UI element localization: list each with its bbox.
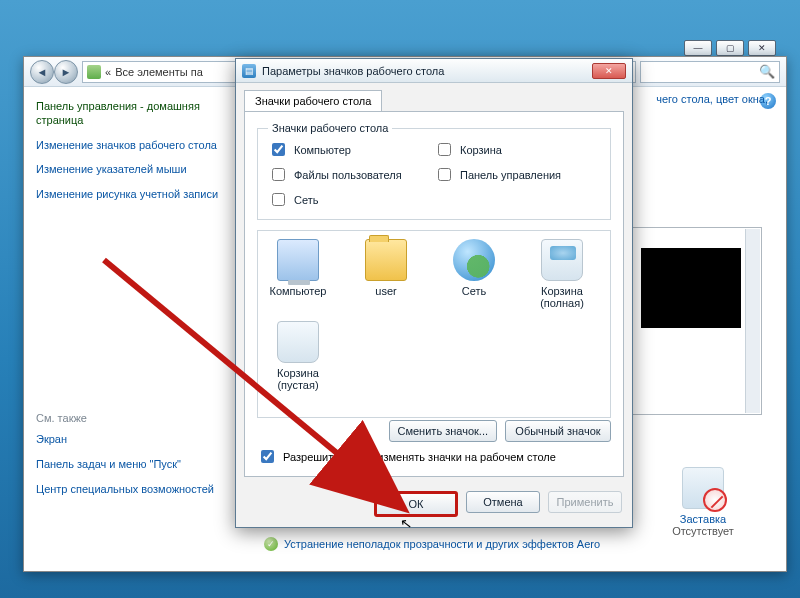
search-icon: 🔍 — [759, 64, 775, 79]
aero-troubleshoot-link[interactable]: ✓ Устранение неполадок прозрачности и др… — [264, 537, 600, 551]
comp-icon — [277, 239, 319, 281]
icon-item[interactable]: Компьютер — [266, 239, 330, 309]
checkbox-label: Файлы пользователя — [294, 169, 402, 181]
screensaver-block[interactable]: Заставка Отсутствует — [658, 467, 748, 537]
nav-forward-button[interactable]: ► — [54, 60, 78, 84]
see-also-link[interactable]: Панель задач и меню "Пуск" — [36, 457, 222, 472]
cp-icon — [87, 65, 101, 79]
desktop: — ▢ ✕ ◄ ► « Все элементы па равления 🔍 ? — [0, 0, 800, 598]
icon-item[interactable]: user — [354, 239, 418, 309]
breadcrumb-text: Все элементы па — [115, 66, 203, 78]
default-icon-button[interactable]: Обычный значок — [505, 420, 611, 442]
aero-link-text: Устранение неполадок прозрачности и друг… — [284, 538, 600, 550]
icon-item-label: Компьютер — [266, 285, 330, 297]
checkbox-input[interactable] — [272, 193, 285, 206]
folder-icon — [365, 239, 407, 281]
icon-checkbox[interactable]: Панель управления — [434, 165, 600, 184]
preview-pane — [632, 227, 762, 415]
tab-page: Значки рабочего стола КомпьютерФайлы пол… — [244, 111, 624, 477]
dialog-buttons: ОК Отмена Применить — [374, 491, 622, 517]
icon-item[interactable]: Корзина (пустая) — [266, 321, 330, 391]
sidebar-home-link[interactable]: Панель управления - домашняя страница — [36, 99, 222, 128]
icon-checkbox[interactable]: Файлы пользователя — [268, 165, 434, 184]
see-also-label: См. также — [36, 412, 222, 424]
net-icon — [453, 239, 495, 281]
icon-preview-list[interactable]: КомпьютерuserСетьКорзина (полная)Корзина… — [257, 230, 611, 418]
dialog-titlebar[interactable]: ▤ Параметры значков рабочего стола ✕ — [236, 59, 632, 83]
icons-checkbox-group: Значки рабочего стола КомпьютерФайлы пол… — [257, 122, 611, 220]
icon-item[interactable]: Сеть — [442, 239, 506, 309]
checkbox-label: Панель управления — [460, 169, 561, 181]
sidebar-link[interactable]: Изменение рисунка учетной записи — [36, 187, 222, 202]
change-icon-button[interactable]: Сменить значок... — [389, 420, 498, 442]
apply-button: Применить — [548, 491, 622, 513]
dialog-title-text: Параметры значков рабочего стола — [262, 65, 444, 77]
maximize-button[interactable]: ▢ — [716, 40, 744, 56]
bin-icon — [277, 321, 319, 363]
see-also-link[interactable]: Экран — [36, 432, 222, 447]
allow-themes-label[interactable]: Разрешить темам изменять значки на рабоч… — [283, 451, 556, 463]
icon-item[interactable]: Корзина (полная) — [530, 239, 594, 309]
ok-button[interactable]: ОК — [374, 491, 458, 517]
dialog-title-icon: ▤ — [242, 64, 256, 78]
icon-item-label: Корзина (полная) — [530, 285, 594, 309]
sidebar-link[interactable]: Изменение значков рабочего стола — [36, 138, 222, 153]
icon-item-label: user — [354, 285, 418, 297]
checkbox-label: Сеть — [294, 194, 318, 206]
checkbox-input[interactable] — [272, 168, 285, 181]
group-legend: Значки рабочего стола — [268, 122, 392, 134]
breadcrumb-prefix: « — [105, 66, 111, 78]
icon-item-label: Корзина (пустая) — [266, 367, 330, 391]
search-input[interactable]: 🔍 — [640, 61, 780, 83]
checkbox-input[interactable] — [438, 168, 451, 181]
checkbox-input[interactable] — [438, 143, 451, 156]
preview-thumb — [641, 248, 741, 328]
checkbox-label: Компьютер — [294, 144, 351, 156]
icon-checkbox[interactable]: Компьютер — [268, 140, 434, 159]
tab-desktop-icons[interactable]: Значки рабочего стола — [244, 90, 382, 112]
page-header-fragment: чего стола, цвет окна, — [656, 93, 768, 105]
screensaver-label: Заставка — [658, 513, 748, 525]
window-controls: — ▢ ✕ — [684, 40, 776, 56]
see-also-link[interactable]: Центр специальных возможностей — [36, 482, 222, 497]
dialog-close-button[interactable]: ✕ — [592, 63, 626, 79]
icon-item-label: Сеть — [442, 285, 506, 297]
close-button[interactable]: ✕ — [748, 40, 776, 56]
icon-checkbox[interactable]: Корзина — [434, 140, 600, 159]
scrollbar[interactable] — [745, 229, 760, 413]
allow-themes-checkbox[interactable] — [261, 450, 274, 463]
checkbox-input[interactable] — [272, 143, 285, 156]
aero-icon: ✓ — [264, 537, 278, 551]
desktop-icons-dialog: ▤ Параметры значков рабочего стола ✕ Зна… — [235, 58, 633, 528]
icon-checkbox[interactable]: Сеть — [268, 190, 434, 209]
binfull-icon — [541, 239, 583, 281]
minimize-button[interactable]: — — [684, 40, 712, 56]
nav-back-button[interactable]: ◄ — [30, 60, 54, 84]
screensaver-status: Отсутствует — [658, 525, 748, 537]
checkbox-label: Корзина — [460, 144, 502, 156]
screensaver-icon — [682, 467, 724, 509]
tabstrip: Значки рабочего стола — [236, 83, 632, 111]
sidebar: Панель управления - домашняя страница Из… — [24, 87, 234, 571]
sidebar-link[interactable]: Изменение указателей мыши — [36, 162, 222, 177]
cancel-button[interactable]: Отмена — [466, 491, 540, 513]
